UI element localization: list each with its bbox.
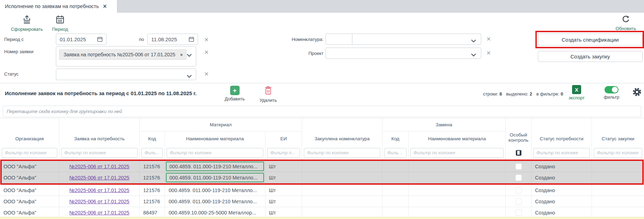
special-control-checkbox[interactable] <box>515 210 522 216</box>
cell-status-purchase <box>592 172 644 183</box>
filter-input-status-purchase[interactable] <box>594 148 642 158</box>
tab-close-icon[interactable]: × <box>103 3 107 9</box>
column-header-special-control[interactable]: Особый контроль <box>506 118 532 146</box>
refresh-icon <box>621 15 630 25</box>
column-header-status-need[interactable]: Статус потребности <box>532 118 592 146</box>
column-header-request[interactable]: Заявка на потребность <box>59 118 140 146</box>
export-button[interactable]: X экспорт <box>565 85 588 100</box>
cell-organization: ООО "Альфа" <box>0 196 59 207</box>
column-header-material-name[interactable]: Наименование материала <box>165 132 265 146</box>
clear-request-icon[interactable]: × <box>204 48 208 56</box>
refresh-label: Обновить <box>616 26 636 31</box>
calendar-icon <box>55 15 65 26</box>
period-to-label: по <box>139 37 144 42</box>
chevron-down-icon[interactable] <box>471 52 476 58</box>
request-link[interactable]: №2025-006 от 17.01.2025 <box>69 199 130 204</box>
group-by-dropzone[interactable]: Перетащите сюда колонку для группировки … <box>3 106 641 117</box>
cell-status-purchase <box>592 185 644 196</box>
filter-input-material2[interactable] <box>410 148 504 158</box>
filter-input-unit[interactable] <box>267 148 300 158</box>
generate-button[interactable]: Сформировать <box>8 15 46 32</box>
special-control-checkbox[interactable] <box>515 175 522 181</box>
request-number-select[interactable]: Заявка на потребность №2025-006 от 17.01… <box>56 46 196 66</box>
special-control-filter-checkbox[interactable] <box>516 150 521 156</box>
filter-toggle-group[interactable]: фильтр <box>600 86 623 100</box>
create-purchase-button[interactable]: Создать закупку <box>538 51 643 62</box>
section-title: Исполнение заявок на потребность за пери… <box>5 90 197 96</box>
cell-unit: Шт <box>265 172 302 183</box>
cell-status-need: Создано <box>532 172 592 183</box>
grid-stats: строки: 8 выделено: 2 в фильтре: 0 <box>483 91 563 97</box>
clear-period-icon[interactable]: × <box>204 36 208 43</box>
filter-input-code[interactable] <box>141 148 163 158</box>
filter-input-purchased[interactable] <box>304 148 380 158</box>
cell-code: 121576 <box>140 185 165 196</box>
special-control-checkbox[interactable] <box>515 198 522 205</box>
filter-input-status-need[interactable] <box>533 148 590 158</box>
period-button[interactable]: Период <box>49 15 71 32</box>
request-chip[interactable]: Заявка на потребность №2025-006 от 17.01… <box>59 49 186 60</box>
period-to-input[interactable] <box>147 34 198 45</box>
table-row[interactable]: ООО "Альфа" №2025-006 от 17.01.2025 1215… <box>0 172 644 183</box>
column-header-organization[interactable]: Организация <box>0 118 59 146</box>
project-label: Проект <box>288 51 323 56</box>
request-link[interactable]: №2025-006 от 17.01.2025 <box>69 210 130 216</box>
delete-label: Удалить <box>259 98 277 103</box>
clear-project-icon[interactable]: × <box>486 49 491 56</box>
cell-material: 000.4859.10.000-25-5000 Металлор... <box>166 208 264 217</box>
filtered-count-value: 0 <box>561 91 563 97</box>
cell-code: 121576 <box>140 196 165 207</box>
cell-purchased <box>302 172 382 183</box>
project-select[interactable] <box>325 48 481 59</box>
create-specifications-button[interactable]: Создать спецификации <box>538 34 643 45</box>
cell-material2 <box>409 196 506 207</box>
column-header-status-purchase[interactable]: Статус закупки <box>592 118 644 146</box>
filter-toggle[interactable] <box>605 86 619 93</box>
special-control-checkbox[interactable] <box>515 163 522 170</box>
filter-input-code2[interactable] <box>384 148 407 158</box>
column-header-code2[interactable]: Код <box>382 132 409 146</box>
request-link[interactable]: №2025-006 от 17.01.2025 <box>69 164 130 169</box>
refresh-button[interactable]: Обновить <box>612 15 640 31</box>
filter-input-organization[interactable] <box>2 148 57 158</box>
column-header-purchased[interactable]: Закуплена номенклатура <box>302 118 382 146</box>
table-row[interactable]: ООО "Альфа" №2025-006 от 17.01.2025 1215… <box>0 196 644 207</box>
column-header-code[interactable]: Код <box>140 132 165 146</box>
cell-material2 <box>409 207 506 218</box>
chip-remove-icon[interactable]: × <box>180 52 183 57</box>
nomenclature-label: Номенклатура: <box>288 37 323 42</box>
clear-nomenclature-icon[interactable]: × <box>486 35 491 42</box>
column-header-unit[interactable]: ЕИ <box>265 132 302 146</box>
delete-button[interactable]: Удалить <box>255 86 281 103</box>
cell-organization: ООО "Альфа" <box>0 207 59 218</box>
gear-icon[interactable] <box>632 87 642 98</box>
group-by-hint: Перетащите сюда колонку для группировки … <box>7 109 122 114</box>
selected-count-label: выделено: <box>506 91 528 97</box>
table-row[interactable]: ООО "Альфа" №2025-006 от 17.01.2025 1215… <box>0 161 644 172</box>
table-row[interactable]: ООО "Альфа" №2025-006 от 17.01.2025 1215… <box>0 185 644 196</box>
column-header-material-name2[interactable]: Наименование материала <box>409 132 506 146</box>
rows-count-label: строки: <box>483 91 498 97</box>
period-label: Период <box>52 27 68 32</box>
trash-icon <box>264 86 272 97</box>
chevron-down-icon[interactable] <box>187 52 192 58</box>
special-control-checkbox[interactable] <box>515 187 522 193</box>
cell-organization: ООО "Альфа" <box>0 161 59 172</box>
filter-input-material[interactable] <box>167 148 263 158</box>
cell-status-purchase <box>592 207 644 218</box>
cell-unit: Шт <box>265 207 302 218</box>
selected-count-value: 2 <box>529 91 532 97</box>
chevron-down-icon[interactable] <box>471 38 476 44</box>
request-link[interactable]: №2025-006 от 17.01.2025 <box>69 188 130 193</box>
filter-input-request[interactable] <box>61 148 138 158</box>
request-link[interactable]: №2025-006 от 17.01.2025 <box>69 175 130 181</box>
add-button[interactable]: + Добавить <box>221 86 248 101</box>
nomenclature-select[interactable] <box>325 34 481 45</box>
clear-status-icon[interactable]: × <box>204 70 208 77</box>
status-select[interactable] <box>56 69 196 80</box>
chevron-down-icon[interactable] <box>187 73 192 79</box>
period-from-input[interactable] <box>56 34 107 45</box>
app-window: Исполнение по заявкам на потребность × С… <box>0 0 644 219</box>
tab-active[interactable]: Исполнение по заявкам на потребность × <box>0 0 117 13</box>
column-group-replacement: Замена <box>382 118 506 132</box>
